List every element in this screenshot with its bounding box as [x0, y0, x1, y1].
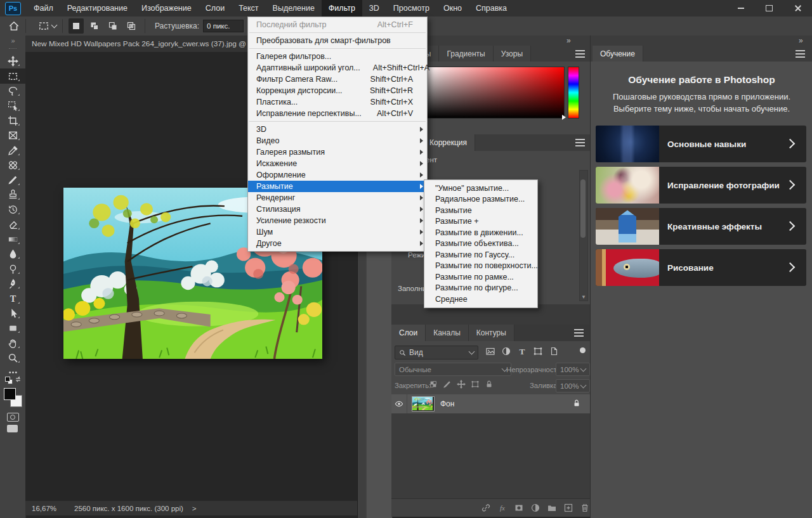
type-tool[interactable]: [0, 291, 25, 306]
menubar-item[interactable]: Выделение: [266, 0, 322, 16]
new-group-icon[interactable]: [547, 503, 557, 513]
home-icon[interactable]: [8, 20, 20, 32]
document-tab[interactable]: New Mixed HD Wallpapers Pack 264_igoryk_…: [25, 36, 262, 52]
filter-menu-item[interactable]: Размытие: [248, 181, 427, 192]
filter-menu-item[interactable]: Фильтр Camera Raw... Shift+Ctrl+A: [248, 74, 427, 85]
blur-submenu-item[interactable]: Размытие в движении...: [424, 227, 537, 238]
panel-menu-icon[interactable]: [574, 329, 584, 337]
filter-menu-item[interactable]: Оформление: [248, 169, 427, 181]
lock-artboard-icon[interactable]: [471, 380, 480, 389]
link-layers-icon[interactable]: [481, 503, 491, 513]
brush-tool[interactable]: [0, 172, 25, 187]
lasso-tool[interactable]: [0, 84, 25, 98]
layer-visibility-icon[interactable]: [391, 394, 407, 413]
learn-card[interactable]: Креативные эффекты: [596, 208, 806, 245]
menubar-item[interactable]: Справка: [469, 0, 514, 16]
hand-tool[interactable]: [0, 335, 25, 350]
lock-paint-icon[interactable]: [443, 380, 452, 389]
add-to-selection-icon[interactable]: [87, 18, 102, 34]
eraser-tool[interactable]: [0, 217, 25, 231]
menubar-item[interactable]: Фильтр: [322, 0, 362, 16]
layer-lock-icon[interactable]: [572, 399, 581, 410]
delete-layer-icon[interactable]: [580, 503, 590, 513]
filter-type-layers-icon[interactable]: [517, 346, 527, 356]
zoom-level[interactable]: 16,67%: [32, 505, 56, 512]
add-layer-mask-icon[interactable]: [514, 503, 524, 513]
blur-submenu-item[interactable]: Размытие по поверхности...: [424, 261, 537, 272]
lock-all-icon[interactable]: [485, 380, 494, 389]
learn-card[interactable]: Исправление фотографии: [596, 167, 806, 204]
menubar-item[interactable]: Файл: [27, 0, 60, 16]
scroll-down-icon[interactable]: ▼: [581, 294, 586, 300]
filter-toggle-knob[interactable]: [580, 347, 586, 353]
lock-transparency-icon[interactable]: [429, 380, 438, 389]
panel-menu-icon[interactable]: [575, 50, 585, 58]
adjustment-layer-icon[interactable]: [530, 503, 540, 513]
lock-position-icon[interactable]: [457, 380, 466, 389]
collapse-panels-icon[interactable]: »: [566, 36, 571, 45]
filter-menu-item[interactable]: Адаптивный широкий угол... Alt+Shift+Ctr…: [248, 62, 427, 74]
object-selection-tool[interactable]: [0, 98, 25, 113]
learn-card[interactable]: Рисование: [596, 249, 806, 286]
blur-submenu-item[interactable]: "Умное" размытие...: [424, 183, 537, 194]
filter-adjustment-layers-icon[interactable]: [501, 346, 511, 356]
blend-mode-dropdown[interactable]: Обычные: [395, 363, 511, 376]
status-chevron-icon[interactable]: >: [192, 505, 197, 512]
menubar-item[interactable]: Редактирование: [60, 0, 134, 16]
panel-tab[interactable]: Контуры: [469, 325, 514, 341]
screen-mode-icon[interactable]: [7, 425, 18, 432]
zoom-tool[interactable]: [0, 351, 25, 365]
panel-tab[interactable]: Узоры: [494, 46, 531, 62]
filter-menu-item[interactable]: Искажение: [248, 158, 427, 169]
menubar-item[interactable]: Изображение: [134, 0, 199, 16]
filter-menu-item[interactable]: Стилизация: [248, 204, 427, 215]
filter-menu-item[interactable]: Шум: [248, 226, 427, 238]
filter-menu-item[interactable]: Усиление резкости: [248, 215, 427, 226]
filter-menu-item[interactable]: Другое: [248, 238, 427, 249]
layer-filter-dropdown[interactable]: Вид: [395, 346, 478, 359]
layer-thumbnail[interactable]: [412, 396, 435, 411]
maximize-icon[interactable]: [755, 0, 783, 16]
rectangle-tool[interactable]: [0, 321, 25, 335]
color-field[interactable]: [424, 67, 565, 119]
healing-brush-tool[interactable]: [0, 158, 25, 172]
menubar-item[interactable]: Текст: [232, 0, 265, 16]
filter-menu-item[interactable]: Преобразовать для смарт-фильтров: [248, 35, 427, 46]
panel-tab[interactable]: Градиенты: [439, 46, 493, 62]
filter-menu-item[interactable]: Видео: [248, 135, 427, 146]
panel-menu-icon[interactable]: [575, 139, 585, 146]
filter-menu-item[interactable]: Последний фильтр Alt+Ctrl+F: [248, 19, 427, 30]
eyedropper-tool[interactable]: [0, 143, 25, 157]
menubar-item[interactable]: Слои: [199, 0, 232, 16]
scrollbar-thumb[interactable]: [580, 179, 586, 238]
fill-value[interactable]: 100%: [556, 379, 590, 392]
intersect-selection-icon[interactable]: [124, 18, 139, 34]
blur-submenu-item[interactable]: Радиальное размытие...: [424, 194, 537, 205]
path-selection-tool[interactable]: [0, 306, 25, 321]
tool-preset-dropdown[interactable]: [38, 20, 56, 32]
filter-shape-layers-icon[interactable]: [533, 346, 543, 356]
gradient-tool[interactable]: [0, 232, 25, 247]
subtract-from-selection-icon[interactable]: [105, 18, 121, 34]
layer-row[interactable]: Фон: [391, 394, 590, 414]
default-colors-icon[interactable]: [0, 375, 25, 384]
layer-style-icon[interactable]: [497, 503, 508, 513]
tab-adjustments[interactable]: Коррекция: [422, 134, 475, 151]
frame-tool[interactable]: [0, 128, 25, 143]
blur-submenu-item[interactable]: Размытие по Гауссу...: [424, 249, 537, 261]
blur-submenu-item[interactable]: Размытие: [424, 205, 537, 216]
new-selection-icon[interactable]: [69, 18, 84, 34]
filter-menu-item[interactable]: Галерея размытия: [248, 146, 427, 158]
quick-mask-icon[interactable]: [7, 413, 19, 422]
opacity-value[interactable]: 100%: [556, 363, 590, 376]
blur-submenu-item[interactable]: Размытие по рамке...: [424, 271, 537, 283]
blur-submenu-item[interactable]: Размытие по фигуре...: [424, 283, 537, 294]
menubar-item[interactable]: Окно: [436, 0, 469, 16]
close-icon[interactable]: [783, 0, 812, 16]
panel-tab[interactable]: Слои: [391, 325, 426, 341]
blur-submenu-item[interactable]: Размытие объектива...: [424, 238, 537, 250]
dodge-tool[interactable]: [0, 261, 25, 276]
clone-stamp-tool[interactable]: [0, 188, 25, 202]
panel-menu-icon[interactable]: [796, 50, 805, 58]
panel-tab[interactable]: Каналы: [426, 325, 469, 341]
